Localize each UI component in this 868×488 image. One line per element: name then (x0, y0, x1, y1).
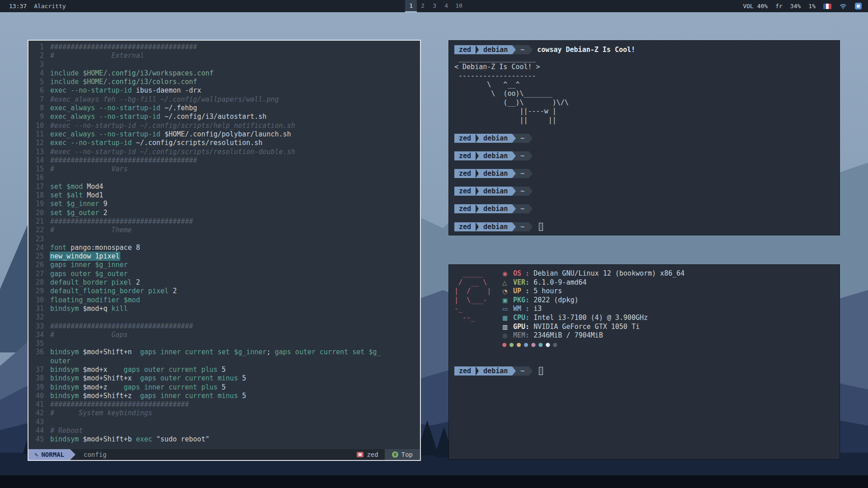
prompt-host: debian (479, 151, 512, 160)
fetch-block: _____ / __ \ | / | | \___- -_ --_ ◉OS : … (454, 269, 834, 349)
editor-line[interactable]: 26gaps inner $g_inner (28, 261, 420, 269)
prompt-row: zeddebian~ (454, 151, 834, 160)
editor-line[interactable]: 37bindsym $mod+x gaps outer current plus… (28, 366, 420, 374)
prompt-path: ~ (516, 187, 529, 196)
mode-segment: ✎ NORMAL (28, 449, 70, 460)
mem-icon: ◎ (502, 331, 513, 340)
line-number: 15 (28, 165, 50, 174)
editor-line[interactable]: 40bindsym $mod+Shift+z gaps inner curren… (28, 392, 420, 400)
workspace-button-4[interactable]: 4 (440, 0, 452, 12)
prompt-arrow-icon (512, 187, 516, 196)
editor-line[interactable]: 19set $g_inner 9 (28, 200, 420, 208)
line-text: gaps inner $g_inner (50, 261, 128, 269)
editor-line[interactable]: 14#################################### (28, 156, 420, 165)
editor-line[interactable]: 34# Gaps (28, 331, 420, 339)
editor-line[interactable]: 45bindsym $mod+Shift+b exec "sudo reboot… (28, 435, 420, 444)
bar-window-title: Alacritty (34, 3, 66, 9)
editor-line[interactable]: 42# System keybindings (28, 409, 420, 418)
fetch-info-value: 5 hours (533, 287, 562, 296)
prompt-path: ~ (516, 222, 529, 231)
editor-line[interactable]: 5include $HOME/.config/i3/colors.conf (28, 78, 420, 86)
shell-prompt: zeddebian~ (454, 169, 533, 178)
bar-volume[interactable]: VOL 40% (743, 3, 768, 9)
editor-line[interactable]: 13#exec --no-startup-id ~/.config/script… (28, 148, 420, 156)
workspace-button-1[interactable]: 1 (405, 0, 417, 12)
line-text: exec_always --no-startup-id ~/.fehbg (50, 104, 197, 113)
list-icon: ≡ (392, 451, 398, 458)
editor-line[interactable]: 27gaps outer $g_outer (28, 270, 420, 278)
prompt-host: debian (479, 169, 512, 178)
line-number: 16 (28, 174, 50, 182)
editor-line[interactable]: 4include $HOME/.config/i3/workspaces.con… (28, 69, 420, 78)
editor-line[interactable]: 16 (28, 174, 420, 182)
terminal-cowsay-window[interactable]: zeddebian~ cowsay Debian-Z Is Cool! ____… (448, 40, 840, 235)
line-number: 38 (28, 374, 50, 383)
editor-line[interactable]: 2# External (28, 52, 420, 60)
tray-icon[interactable] (855, 3, 862, 9)
editor-line[interactable]: outer (28, 357, 420, 366)
editor-line[interactable]: 41################################## (28, 400, 420, 409)
editor-line[interactable]: 25new_window 1pixel (28, 252, 420, 261)
bar-kbd-layout[interactable]: fr (775, 3, 783, 9)
editor-line[interactable]: 18set $alt Mod1 (28, 191, 420, 200)
editor-line[interactable]: 35 (28, 339, 420, 348)
wifi-icon[interactable] (839, 3, 847, 9)
line-number: 31 (28, 305, 50, 313)
workspace-button-10[interactable]: 10 (452, 0, 466, 12)
line-number: 13 (28, 148, 50, 156)
editor-line[interactable]: 10#exec --no-startup-id ~/.config/script… (28, 122, 420, 130)
editor-line[interactable]: 20set $g_outer 2 (28, 209, 420, 217)
line-number: 20 (28, 209, 50, 217)
editor-line[interactable]: 36bindsym $mod+Shift+n gaps inner curren… (28, 348, 420, 357)
prompt-arrow-icon (512, 45, 516, 54)
line-text: # Gaps (50, 331, 128, 339)
editor-line[interactable]: 30floating_modifier $mod (28, 296, 420, 305)
palette-dot: ● (538, 340, 542, 349)
editor-line[interactable]: 9exec_always --no-startup-id ~/.config/i… (28, 113, 420, 121)
line-text: set $g_inner 9 (50, 200, 107, 208)
editor-line[interactable]: 32 (28, 313, 420, 322)
editor-line[interactable]: 29default_floating_border pixel 2 (28, 287, 420, 296)
palette-dot: ● (517, 340, 521, 349)
prompt-arrow-icon (529, 151, 533, 160)
editor-line[interactable]: 11exec_always --no-startup-id $HOME/.con… (28, 130, 420, 139)
editor-line[interactable]: 17set $mod Mod4 (28, 183, 420, 191)
editor-window[interactable]: 1####################################2# … (28, 40, 421, 461)
prompt-path: ~ (516, 151, 529, 160)
editor-line[interactable]: 39bindsym $mod+z gaps inner current plus… (28, 383, 420, 392)
blank-row (454, 213, 834, 222)
workspace-button-3[interactable]: 3 (429, 0, 440, 12)
editor-line[interactable]: 21################################### (28, 217, 420, 226)
ver-icon: △ (502, 278, 513, 287)
editor-line[interactable]: 3 (28, 61, 420, 69)
editor-line[interactable]: 12exec --no-startup-id ~/.config/scripts… (28, 139, 420, 147)
prompt-host: debian (479, 366, 512, 375)
editor-line[interactable]: 23 (28, 235, 420, 244)
editor-line[interactable]: 33################################### (28, 322, 420, 331)
editor-line[interactable]: 6exec --no-startup-id ibus-daemon -drx (28, 86, 420, 95)
editor-line[interactable]: 7#exec_always feh --bg-fill ~/.config/wa… (28, 95, 420, 104)
line-number: 12 (28, 139, 50, 147)
blank-row (454, 349, 834, 358)
line-text: bindsym $mod+Shift+z gaps inner current … (50, 392, 246, 400)
prompt-row: zeddebian~ (454, 222, 834, 231)
editor-line[interactable]: 15# Vars (28, 165, 420, 174)
prompt-arrow-icon (529, 204, 533, 213)
editor-line[interactable]: 43 (28, 418, 420, 427)
line-number: 5 (28, 78, 50, 86)
editor-line[interactable]: 8exec_always --no-startup-id ~/.fehbg (28, 104, 420, 113)
prompt-separator-icon (476, 151, 479, 160)
prompt-arrow-icon (529, 366, 533, 375)
editor-line[interactable]: 1#################################### (28, 43, 420, 52)
editor-line[interactable]: 31bindsym $mod+q kill (28, 305, 420, 313)
shell-prompt: zeddebian~ (454, 366, 533, 375)
line-text: outer (50, 357, 71, 366)
terminal-fetch-window[interactable]: _____ / __ \ | / | | \___- -_ --_ ◉OS : … (448, 264, 840, 460)
editor-line[interactable]: 28default_border pixel 2 (28, 278, 420, 287)
editor-line[interactable]: 44# Reboot (28, 427, 420, 435)
prompt-row: zeddebian~ (454, 205, 834, 214)
editor-line[interactable]: 22# Theme (28, 226, 420, 235)
editor-line[interactable]: 24font pango:monospace 8 (28, 244, 420, 252)
workspace-button-2[interactable]: 2 (417, 0, 429, 12)
editor-line[interactable]: 38bindsym $mod+Shift+x gaps outer curren… (28, 374, 420, 383)
